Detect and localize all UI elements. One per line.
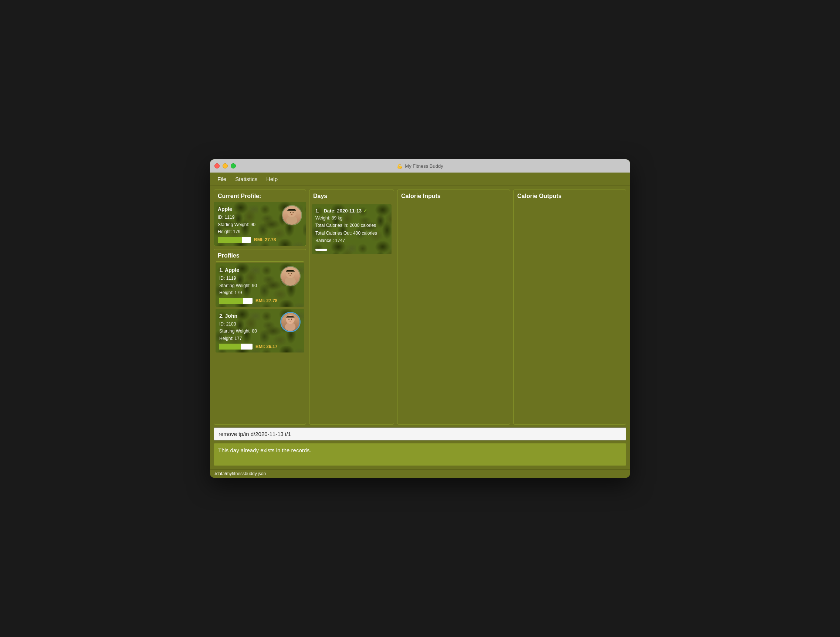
command-input[interactable]: remove tp/in d/2020-11-13 i/1	[214, 427, 626, 440]
status-message: This day already exists in the records.	[218, 447, 311, 453]
day-checkmark: ✓	[363, 208, 367, 214]
menu-help[interactable]: Help	[262, 174, 281, 184]
profile-bmi-row-2: BMI: 26.17	[219, 344, 301, 350]
main-content: Current Profile:	[210, 186, 630, 469]
profile-bmi-bar-1	[219, 298, 253, 304]
day-header-1: 1. Date: 2020-11-13 ✓	[315, 207, 388, 214]
footer-path: ./data/myfitnessbuddy.json	[214, 471, 266, 476]
close-button[interactable]	[215, 163, 219, 169]
svg-point-8	[288, 273, 289, 274]
app-window: 💪 My Fitness Buddy File Statistics Help …	[210, 159, 630, 478]
profile-height-2: Height: 177	[219, 335, 301, 342]
svg-point-3	[290, 212, 291, 213]
profile-bmi-value-1: BMI: 27.78	[256, 298, 277, 303]
profile-card-1: 1. Apple ID: 1119 Starting Weight: 90 He…	[216, 263, 304, 307]
footer: ./data/myfitnessbuddy.json	[210, 469, 630, 478]
day-button-1[interactable]	[315, 249, 327, 251]
window-title: 💪 My Fitness Buddy	[397, 163, 443, 169]
fitness-icon: 💪	[397, 163, 403, 169]
current-profile-panel: Current Profile:	[214, 189, 306, 246]
svg-point-9	[291, 273, 292, 274]
days-panel: Days 1. Date: 2020-11-13 ✓ Weight: 89 kg…	[309, 189, 394, 424]
profile-bmi-value-2: BMI: 26.17	[256, 344, 277, 349]
days-title: Days	[309, 190, 394, 202]
profile-avatar-1	[280, 266, 301, 286]
panels-row: Current Profile:	[214, 189, 626, 424]
menubar: File Statistics Help	[210, 173, 630, 186]
current-profile-bmi-bar	[218, 237, 251, 243]
profiles-title: Profiles	[214, 249, 306, 261]
profile-card-2: 2. John ID: 2103 Starting Weight: 80 Hei…	[216, 309, 304, 353]
profile-height-1: Height: 179	[219, 289, 301, 296]
maximize-button[interactable]	[231, 163, 236, 169]
left-panel: Current Profile:	[214, 189, 306, 424]
profile-item-2[interactable]: 2. John ID: 2103 Starting Weight: 80 Hei…	[216, 309, 304, 353]
profiles-panel: Profiles	[214, 249, 306, 424]
current-profile-bmi-value: BMI: 27.78	[254, 237, 276, 242]
calorie-inputs-title: Calorie Inputs	[398, 190, 510, 202]
current-profile-bmi-row: BMI: 27.78	[218, 237, 302, 243]
profiles-list[interactable]: 1. Apple ID: 1119 Starting Weight: 90 He…	[214, 262, 306, 424]
calorie-inputs-panel: Calorie Inputs	[397, 189, 510, 424]
profile-bmi-bar-2	[219, 344, 253, 350]
day-info-1: Weight: 89 kg Total Calories In: 2000 ca…	[315, 214, 388, 244]
svg-point-13	[288, 318, 289, 320]
current-profile-height: Height: 179	[218, 229, 302, 235]
profile-bmi-row-1: BMI: 27.78	[219, 298, 301, 304]
minimize-button[interactable]	[223, 163, 228, 169]
status-bar: This day already exists in the records.	[214, 443, 626, 465]
traffic-lights	[215, 163, 236, 169]
menu-statistics[interactable]: Statistics	[231, 174, 261, 184]
menu-file[interactable]: File	[214, 174, 230, 184]
titlebar: 💪 My Fitness Buddy	[210, 159, 630, 173]
current-profile-card: Apple ID: 1119 Starting Weight: 90 Heigh…	[214, 202, 306, 246]
profile-item-1[interactable]: 1. Apple ID: 1119 Starting Weight: 90 He…	[216, 263, 304, 307]
current-profile-title: Current Profile:	[214, 190, 306, 202]
svg-point-14	[291, 318, 292, 320]
calorie-outputs-title: Calorie Outputs	[513, 190, 626, 202]
svg-point-4	[292, 212, 294, 213]
current-profile-avatar	[282, 205, 302, 225]
calorie-outputs-panel: Calorie Outputs	[513, 189, 626, 424]
profile-avatar-2	[280, 312, 301, 332]
day-entry-1[interactable]: 1. Date: 2020-11-13 ✓ Weight: 89 kg Tota…	[312, 204, 392, 254]
